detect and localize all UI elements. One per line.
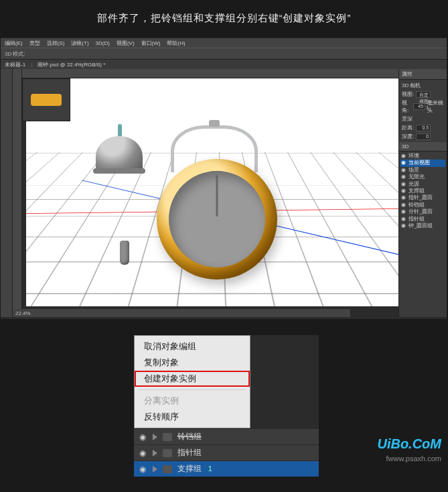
- tree-row[interactable]: ◉指针_圆面: [400, 194, 445, 201]
- workspace: 22.4% 属性 3D 相机 视图:自定视图 1 视角:45毫米镜头 景深 距离…: [1, 69, 447, 317]
- bell-stalk: [118, 124, 122, 137]
- ctx-detach-instance: 分离实例: [135, 393, 250, 409]
- menu-item[interactable]: 3D(D): [96, 40, 110, 46]
- watermark-sub: fwww.psaxh.com: [386, 454, 441, 463]
- expand-icon[interactable]: [153, 466, 157, 473]
- ctx-create-instance[interactable]: 创建对象实例: [135, 371, 250, 387]
- camera-type: 3D 相机: [402, 81, 444, 90]
- tree-row[interactable]: ◉当前视图: [400, 160, 445, 166]
- tree-row[interactable]: ◉无限光: [400, 174, 445, 180]
- visibility-icon[interactable]: ◉: [138, 465, 147, 474]
- layer-label: 指针组: [177, 447, 202, 458]
- bell-icon: [96, 136, 143, 170]
- clock-foot: [120, 241, 129, 265]
- 3d-panel-title[interactable]: 3D: [399, 142, 447, 151]
- instruction-caption: 部件齐了，把铃铛组和支撑组分别右键“创建对象实例”: [0, 0, 448, 36]
- folder-icon: [163, 465, 172, 473]
- visibility-icon[interactable]: ◉: [401, 223, 406, 229]
- fov-input[interactable]: 45: [413, 103, 425, 110]
- menu-item[interactable]: 类型: [29, 40, 40, 47]
- toolbox[interactable]: [1, 69, 13, 317]
- view-dropdown[interactable]: 自定视图 1: [416, 91, 431, 98]
- tree-row[interactable]: ◉分针_圆面: [400, 208, 445, 215]
- menu-item[interactable]: 选择(S): [47, 40, 65, 47]
- visibility-icon[interactable]: ◉: [401, 167, 406, 174]
- tree-row[interactable]: ◉钟_圆面组: [400, 223, 445, 229]
- ruler-vertical: [13, 69, 22, 317]
- doc-tab[interactable]: 未标题-1: [5, 61, 25, 68]
- folder-icon: [163, 433, 172, 441]
- menu-item[interactable]: 帮助(H): [167, 40, 185, 47]
- menu-item[interactable]: 窗口(W): [141, 40, 161, 47]
- visibility-icon[interactable]: ◉: [401, 202, 406, 208]
- document-tabs[interactable]: 未标题-1 | 闹钟.psd @ 22.4%(RGB/8) *: [1, 60, 447, 69]
- menu-separator: [139, 389, 246, 390]
- folder-icon: [163, 449, 172, 457]
- detail-inset: 取消对象编组 复制对象 创建对象实例 分离实例 反转顺序 ◉ 铃铛组 ◉ 指针组…: [134, 335, 319, 477]
- distance-input[interactable]: 0.5: [416, 125, 431, 131]
- tree-row[interactable]: ◉场景: [400, 167, 445, 174]
- visibility-icon[interactable]: ◉: [401, 153, 406, 160]
- ruler-horizontal: [13, 69, 398, 78]
- visibility-icon[interactable]: ◉: [138, 448, 147, 458]
- ctx-duplicate[interactable]: 复制对象: [135, 355, 250, 371]
- secondary-view[interactable]: [22, 78, 70, 121]
- layer-label: 铃铛组: [177, 431, 202, 442]
- visibility-icon[interactable]: ◉: [401, 208, 406, 215]
- visibility-icon[interactable]: ◉: [401, 216, 406, 223]
- tree-row[interactable]: ◉支撑组: [400, 188, 445, 194]
- properties-panel: 3D 相机 视图:自定视图 1 视角:45毫米镜头 景深 距离:0.5 深度:0: [399, 80, 447, 142]
- panels: 属性 3D 相机 视图:自定视图 1 视角:45毫米镜头 景深 距离:0.5 深…: [398, 69, 447, 317]
- clock-hand: [216, 175, 218, 217]
- clock-body: [157, 159, 277, 280]
- visibility-icon[interactable]: ◉: [138, 432, 147, 442]
- tree-row[interactable]: ◉环境: [400, 153, 445, 160]
- tree-row[interactable]: ◉指针组: [400, 216, 445, 223]
- zoom-indicator: 22.4%: [13, 309, 350, 317]
- ctx-ungroup[interactable]: 取消对象编组: [135, 339, 250, 355]
- menu-bar[interactable]: 编辑(E) 类型 选择(S) 滤镜(T) 3D(D) 视图(V) 窗口(W) 帮…: [1, 38, 447, 48]
- handle-button: [209, 120, 220, 127]
- visibility-icon[interactable]: ◉: [401, 174, 406, 180]
- 3d-scene-tree[interactable]: ◉环境 ◉当前视图 ◉场景 ◉无限光 ◉光源 ◉支撑组 ◉指针_圆面 ◉铃铛组 …: [399, 151, 447, 231]
- options-label: 3D 模式:: [5, 50, 25, 58]
- scene-3d[interactable]: [26, 78, 398, 306]
- visibility-icon[interactable]: ◉: [401, 194, 406, 201]
- swatch-icon: [31, 94, 62, 106]
- tree-row[interactable]: ◉光源: [400, 181, 445, 188]
- watermark: UiBo.CoM: [377, 436, 441, 452]
- menu-item[interactable]: 滤镜(T): [71, 40, 88, 47]
- viewport-3d[interactable]: [22, 78, 398, 308]
- expand-icon[interactable]: [153, 450, 157, 456]
- depth-input[interactable]: 0: [416, 133, 431, 140]
- layer-row-bell[interactable]: ◉ 铃铛组: [134, 428, 319, 444]
- doc-tab-active[interactable]: 闹钟.psd @ 22.4%(RGB/8) *: [38, 61, 105, 68]
- options-bar: 3D 模式:: [1, 48, 447, 60]
- layer-row-hands[interactable]: ◉ 指针组: [134, 444, 319, 460]
- visibility-icon[interactable]: ◉: [401, 181, 406, 188]
- canvas-area[interactable]: 22.4%: [13, 69, 398, 317]
- layer-label: 支撑组: [177, 463, 202, 475]
- instance-count: 1: [208, 465, 212, 473]
- visibility-icon[interactable]: ◉: [401, 188, 406, 194]
- layer-rows[interactable]: ◉ 铃铛组 ◉ 指针组 ◉ 支撑组 1: [134, 428, 319, 477]
- visibility-icon[interactable]: ◉: [401, 160, 406, 166]
- properties-panel-title[interactable]: 属性: [399, 69, 447, 80]
- expand-icon[interactable]: [153, 434, 157, 440]
- context-menu[interactable]: 取消对象编组 复制对象 创建对象实例 分离实例 反转顺序: [134, 335, 250, 428]
- layer-row-support[interactable]: ◉ 支撑组 1: [134, 460, 319, 477]
- tree-row[interactable]: ◉铃铛组: [400, 202, 445, 208]
- menu-item[interactable]: 视图(V): [117, 40, 135, 47]
- app-window: 编辑(E) 类型 选择(S) 滤镜(T) 3D(D) 视图(V) 窗口(W) 帮…: [1, 38, 447, 319]
- ctx-reverse-order[interactable]: 反转顺序: [135, 409, 250, 425]
- menu-item[interactable]: 编辑(E): [5, 40, 23, 47]
